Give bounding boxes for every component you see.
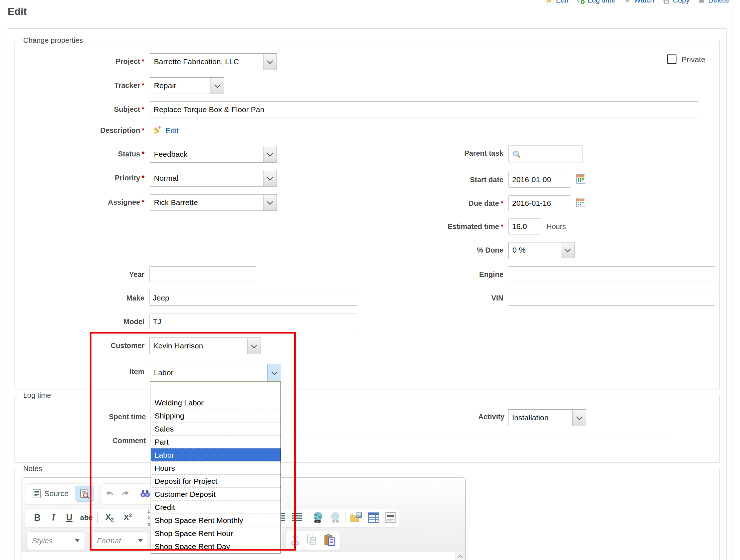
redo-icon [120, 489, 131, 498]
dropdown-option[interactable]: Welding Labor [151, 396, 281, 409]
due-date-label: Due date* [373, 199, 503, 208]
item-label: Item [14, 368, 144, 376]
parent-task-input[interactable] [508, 145, 583, 163]
estimated-time-label: Estimated time* [373, 222, 503, 231]
chevron-down-icon [247, 338, 261, 354]
toolbar-separator [139, 512, 139, 523]
redo-button[interactable] [118, 486, 133, 501]
copy-pages-icon [306, 534, 317, 546]
superscript-button[interactable]: X2 [120, 510, 136, 525]
start-date-input[interactable]: 2016-01-09 [508, 172, 570, 188]
activity-label: Activity [374, 413, 504, 421]
dropdown-option[interactable]: Shop Space Rent Hour [151, 527, 281, 540]
parent-task-label: Parent task [373, 149, 503, 158]
dropdown-option[interactable]: Hours [151, 461, 281, 474]
dropdown-option[interactable]: Sales [151, 422, 281, 435]
dropdown-option[interactable]: Deposit for Project [151, 474, 281, 487]
model-input[interactable]: TJ [149, 314, 357, 329]
vin-input[interactable] [508, 290, 715, 306]
comment-label: Comment [15, 437, 146, 445]
dropdown-option[interactable] [151, 382, 281, 396]
horizontal-rule-button[interactable] [383, 510, 398, 526]
customer-select[interactable]: Kevin Harrison [149, 338, 261, 354]
table-icon [368, 512, 380, 523]
assignee-select[interactable]: Rick Barrette [150, 194, 277, 211]
toolbar-separator [136, 488, 136, 499]
copy-button[interactable] [304, 533, 319, 547]
numbered-list-icon: 123 [148, 508, 150, 527]
spent-time-label: Spent time [15, 413, 146, 421]
activity-select[interactable]: Installation [508, 409, 586, 426]
dropdown-option[interactable]: Shipping [151, 409, 281, 422]
horizontal-rule-icon [385, 512, 396, 523]
due-date-input[interactable]: 2016-01-16 [508, 195, 570, 211]
insert-table-button[interactable] [366, 510, 382, 526]
paste-button[interactable] [322, 533, 338, 547]
watch-action-link[interactable]: ★ Watch [624, 0, 654, 4]
styles-dropdown[interactable]: Styles [26, 531, 85, 550]
undo-icon [105, 489, 115, 498]
editor-scrollbar[interactable] [455, 552, 465, 560]
calendar-icon[interactable] [575, 197, 586, 208]
engine-input[interactable] [508, 266, 715, 282]
chevron-down-icon [263, 146, 277, 162]
edit-action-link[interactable]: Edit [545, 0, 568, 4]
justify-block-button[interactable] [290, 510, 304, 525]
tracker-select[interactable]: Repair [150, 77, 224, 94]
undo-button[interactable] [102, 486, 117, 501]
calendar-icon[interactable] [575, 173, 586, 184]
description-edit-link[interactable]: Edit [165, 126, 179, 135]
bold-button[interactable]: B [30, 510, 44, 525]
copy-action-link[interactable]: Copy [662, 0, 690, 4]
subject-input[interactable]: Replace Torque Box & Floor Pan [150, 101, 698, 118]
dropdown-option[interactable]: Customer Deposit [151, 487, 281, 500]
start-date-label: Start date [373, 176, 503, 184]
subscript-button[interactable]: X2 [102, 510, 118, 525]
unlink-button[interactable] [327, 510, 343, 526]
item-select[interactable]: Labor [150, 364, 281, 382]
log-time-legend: Log time [20, 391, 54, 400]
status-select[interactable]: Feedback [150, 146, 277, 163]
binoculars-icon [140, 489, 151, 498]
percent-done-select[interactable]: 0 % [508, 242, 575, 258]
dropdown-option-selected[interactable]: Labor [151, 448, 281, 461]
strikethrough-button[interactable]: abc [78, 510, 94, 525]
priority-select[interactable]: Normal [150, 170, 277, 187]
cut-button[interactable] [287, 533, 303, 547]
status-label: Status* [14, 150, 144, 158]
project-select[interactable]: Barrette Fabrication, LLC [150, 53, 277, 70]
private-label: Private [682, 55, 705, 64]
link-button[interactable] [310, 510, 326, 526]
document-preview-icon [80, 489, 89, 499]
preview-button[interactable] [75, 486, 94, 502]
private-checkbox[interactable] [667, 54, 676, 64]
percent-done-value: 0 % [509, 242, 561, 258]
source-button-label: Source [44, 489, 69, 498]
dropdown-option[interactable]: Credit [151, 500, 281, 514]
underline-button[interactable]: U [62, 510, 76, 525]
italic-button[interactable]: I [46, 510, 60, 525]
dropdown-option[interactable]: Shop Space Rent Day [151, 540, 281, 553]
tracker-value: Repair [150, 78, 210, 94]
insert-image-button[interactable] [348, 510, 364, 526]
format-dropdown[interactable]: Format [91, 531, 148, 550]
engine-label: Engine [373, 270, 503, 279]
unlink-globe-icon [329, 511, 342, 524]
estimated-time-input[interactable]: 16.0 [508, 218, 541, 234]
chevron-down-icon [138, 539, 143, 542]
year-input[interactable] [149, 266, 256, 282]
make-input[interactable]: Jeep [149, 290, 357, 306]
source-button[interactable]: Source [27, 486, 74, 502]
log-time-fieldset: Log time [14, 396, 720, 463]
dropdown-option[interactable]: Shop Space Rent Monthly [151, 514, 281, 527]
dropdown-option[interactable]: Part [151, 435, 281, 448]
log-time-action-link[interactable]: Log time [576, 0, 616, 4]
trash-icon [698, 0, 706, 4]
find-button[interactable] [139, 486, 152, 501]
chevron-down-icon [561, 242, 574, 258]
image-icon [349, 511, 363, 524]
contextual-actions: Edit Log time ★ Watch Copy Delete [545, 0, 729, 4]
delete-action-link[interactable]: Delete [698, 0, 729, 4]
chevron-down-icon [267, 364, 281, 381]
make-label: Make [14, 294, 144, 302]
